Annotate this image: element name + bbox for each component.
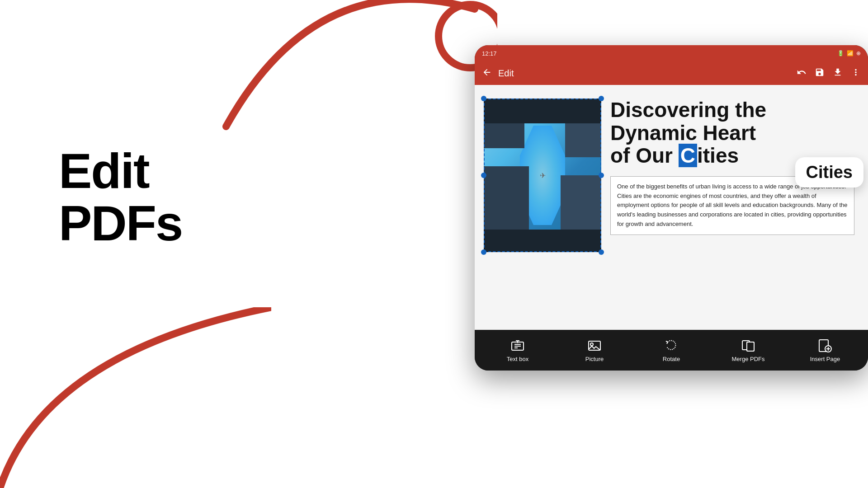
handle-middle-right[interactable] (599, 173, 604, 178)
tooltip-text: Cities (806, 163, 853, 182)
status-bar: 12:17 🔋 📶 ⊕ (475, 45, 868, 61)
status-icons: 🔋 📶 ⊕ (837, 50, 861, 56)
word-tooltip: Cities (795, 157, 863, 188)
title-text-part2: ities (697, 144, 739, 167)
export-button[interactable] (833, 67, 843, 80)
text-content-area: Discovering theDynamic Heartof Our Citie… (610, 94, 859, 321)
app-bar-left: Edit (482, 67, 514, 80)
decorative-curve-bottom (0, 307, 271, 488)
text-box-icon (510, 338, 525, 353)
rotate-icon (664, 338, 679, 353)
tablet-device: 12:17 🔋 📶 ⊕ Edit (475, 45, 868, 371)
more-menu-button[interactable] (851, 67, 861, 80)
svg-point-8 (590, 343, 593, 346)
save-button[interactable] (815, 67, 825, 80)
selected-image[interactable]: ✈ (484, 99, 601, 252)
picture-icon (587, 338, 602, 353)
merge-pdfs-label: Merge PDFs (732, 356, 765, 362)
city-image: ✈ (484, 99, 601, 252)
toolbar-merge-pdfs[interactable]: Merge PDFs (730, 338, 766, 362)
status-time: 12:17 (482, 50, 497, 57)
merge-pdfs-icon (741, 338, 755, 353)
handle-bottom-left[interactable] (481, 249, 486, 255)
hero-title-line2: PDFs (59, 197, 182, 249)
handle-top-right[interactable] (599, 96, 604, 101)
back-button[interactable] (482, 67, 492, 80)
decorative-curve-top (181, 0, 497, 136)
airplane-icon: ✈ (540, 171, 546, 180)
svg-rect-10 (747, 342, 754, 351)
content-area: ✈ Discovering theDynamic Heartof Our Cit… (475, 85, 868, 330)
toolbar-rotate[interactable]: Rotate (653, 338, 689, 362)
toolbar-picture[interactable]: Picture (576, 338, 613, 362)
insert-page-icon (818, 338, 832, 353)
toolbar-insert-page[interactable]: Insert Page (807, 338, 843, 362)
app-bar-right (797, 67, 861, 80)
hero-title: Edit PDFs (59, 145, 182, 249)
picture-label: Picture (585, 356, 604, 362)
bottom-toolbar: Text box Picture Rotate (475, 330, 868, 371)
app-bar-title: Edit (498, 68, 514, 79)
toolbar-text-box[interactable]: Text box (500, 338, 536, 362)
text-box-label: Text box (507, 356, 528, 362)
insert-page-label: Insert Page (810, 356, 840, 362)
handle-bottom-right[interactable] (599, 249, 604, 255)
title-highlighted-word: C (679, 144, 697, 167)
rotate-label: Rotate (663, 356, 680, 362)
undo-button[interactable] (797, 67, 807, 80)
body-text-content: One of the biggest benefits of urban liv… (617, 183, 847, 227)
handle-middle-left[interactable] (481, 173, 486, 178)
app-bar: Edit (475, 61, 868, 85)
hero-title-line1: Edit (59, 145, 182, 197)
document-title: Discovering theDynamic Heartof Our Citie… (610, 99, 854, 167)
handle-top-left[interactable] (481, 96, 486, 101)
